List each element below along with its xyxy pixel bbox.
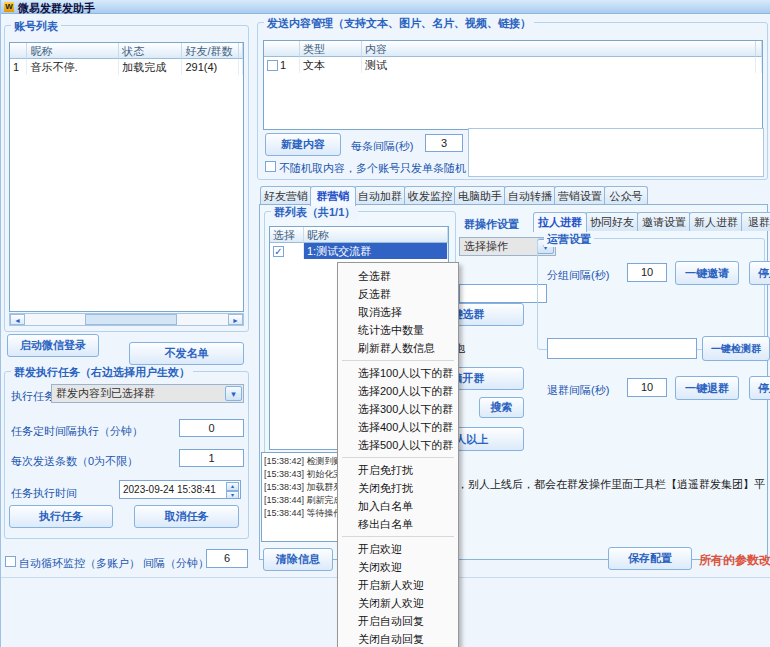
group-op-value: 选择操作	[464, 240, 508, 252]
invite-interval-input[interactable]: 10	[627, 263, 667, 282]
clear-log-button[interactable]: 清除信息	[263, 548, 333, 571]
grouplist-header-row: 选择 昵称	[270, 227, 448, 243]
search-button[interactable]: 搜索	[479, 397, 524, 418]
grouplist-header-check: 选择	[270, 227, 304, 243]
arrow-right-icon[interactable]: ►	[228, 314, 243, 325]
login-wechat-button[interactable]: 启动微信登录	[7, 334, 99, 357]
tab-marketing-settings[interactable]: 营销设置	[554, 186, 606, 205]
title-bar[interactable]: W 微易发群发助手	[1, 0, 770, 14]
menu-item[interactable]: 开启免打扰	[338, 461, 458, 479]
account-status: 加载完成	[119, 59, 182, 75]
tab-newcomer[interactable]: 新人进群	[689, 212, 743, 231]
invite-group-label: 运营设置	[544, 232, 594, 247]
monitor-interval-input[interactable]: 6	[206, 549, 248, 568]
menu-item[interactable]: 关闭欢迎	[338, 558, 458, 576]
accounts-table[interactable]: 昵称 状态 好友/群数 1 音乐不停. 加载完成 291(4)	[9, 42, 244, 312]
content-preview-box[interactable]	[468, 128, 764, 177]
content-row-type: 文本	[300, 57, 362, 73]
menu-item[interactable]: 刷新群人数信息	[338, 339, 458, 357]
arrow-left-icon[interactable]: ◄	[10, 314, 25, 325]
group-filter-input[interactable]	[459, 284, 547, 303]
tab-group-marketing[interactable]: 群营销	[310, 186, 356, 206]
table-row[interactable]: ✓ 1:测试交流群	[270, 243, 448, 259]
monitor-checkbox[interactable]	[5, 556, 16, 567]
tab-official-account[interactable]: 公众号	[604, 186, 648, 205]
invite-stop-button[interactable]: 停止	[749, 261, 770, 285]
invite-interval-label: 分组间隔(秒)	[547, 268, 609, 283]
no-send-list-button[interactable]: 不发名单	[129, 342, 244, 365]
menu-item[interactable]: 选择400人以下的群	[338, 418, 458, 436]
content-row-checkbox[interactable]	[267, 60, 278, 71]
grouplist-row-checkbox[interactable]: ✓	[273, 246, 284, 257]
task-time-input[interactable]: 2023-09-24 15:38:41 ▴ ▾	[119, 480, 241, 499]
menu-item[interactable]: 选择100人以下的群	[338, 364, 458, 382]
tab-invite-to-group[interactable]: 拉人进群	[533, 212, 587, 232]
accounts-header-nick: 昵称	[27, 43, 119, 59]
tab-friend-marketing[interactable]: 好友营销	[260, 186, 312, 205]
tab-monitor[interactable]: 收发监控	[404, 186, 456, 205]
save-config-button[interactable]: 保存配置	[608, 547, 692, 570]
quit-interval-input[interactable]: 10	[627, 378, 667, 397]
menu-item[interactable]: 关闭免打扰	[338, 479, 458, 497]
content-interval-input[interactable]: 3	[425, 134, 463, 152]
menu-item[interactable]: 加入白名单	[338, 497, 458, 515]
menu-item[interactable]: 开启欢迎	[338, 540, 458, 558]
time-spinner[interactable]: ▴ ▾	[226, 482, 239, 497]
check-group-button[interactable]: 一键检测群	[702, 336, 770, 361]
cancel-task-button[interactable]: 取消任务	[134, 505, 239, 528]
grouplist-label: 群列表（共1/1）	[271, 205, 358, 220]
content-row-seq-text: 1	[280, 57, 286, 73]
menu-item[interactable]: 全选群	[338, 267, 458, 285]
check-group-input[interactable]	[547, 338, 697, 359]
accounts-header-count: 好友/群数	[182, 43, 239, 59]
menu-item[interactable]: 选择200人以下的群	[338, 382, 458, 400]
menu-item[interactable]: 统计选中数量	[338, 321, 458, 339]
accounts-header-spacer	[239, 43, 243, 59]
menu-item[interactable]: 开启新人欢迎	[338, 576, 458, 594]
exec-task-select[interactable]: 群发内容到已选择群 ▾	[51, 384, 244, 403]
tab-pc-helper[interactable]: 电脑助手	[454, 186, 506, 205]
chevron-down-icon[interactable]: ▾	[225, 386, 242, 401]
scrollbar-thumb[interactable]	[85, 314, 177, 325]
content-table[interactable]: 类型 内容 1 文本 测试	[263, 40, 763, 130]
tab-invite-settings[interactable]: 邀请设置	[637, 212, 691, 231]
tab-auto-join-group[interactable]: 自动加群	[354, 186, 406, 205]
menu-separator	[342, 457, 454, 458]
quit-interval-label: 退群间隔(秒)	[547, 383, 609, 398]
run-task-button[interactable]: 执行任务	[9, 505, 113, 528]
spin-up-icon[interactable]: ▴	[226, 482, 239, 491]
table-row[interactable]: 1 文本 测试	[264, 57, 762, 73]
grouplist-row-name: 1:测试交流群	[304, 243, 448, 259]
menu-item[interactable]: 移出白名单	[338, 515, 458, 533]
accounts-hscrollbar[interactable]: ◄ ►	[9, 313, 244, 326]
account-spacer	[239, 59, 243, 75]
task-interval-input[interactable]: 0	[179, 419, 244, 437]
send-count-label: 每次发送条数（0为不限）	[11, 454, 138, 469]
app-icon: W	[4, 2, 14, 12]
content-header-spacer	[756, 41, 762, 57]
tab-auto-forward[interactable]: 自动转播	[504, 186, 556, 205]
content-row-content: 测试	[362, 57, 756, 73]
menu-item[interactable]: 选择300人以下的群	[338, 400, 458, 418]
table-row[interactable]: 1 音乐不停. 加载完成 291(4)	[10, 59, 243, 75]
menu-item[interactable]: 取消选择	[338, 303, 458, 321]
content-interval-label: 每条间隔(秒)	[351, 139, 413, 154]
one-key-quit-button[interactable]: 一键退群	[675, 376, 739, 400]
send-count-input[interactable]: 1	[179, 449, 244, 467]
menu-item[interactable]: 关闭新人欢迎	[338, 594, 458, 612]
exec-task-label: 执行任务	[11, 389, 55, 404]
monitor-label: 自动循环监控（多账户） 间隔（分钟）	[19, 556, 209, 571]
menu-item[interactable]: 反选群	[338, 285, 458, 303]
quit-stop-button[interactable]: 停止	[749, 376, 770, 400]
one-key-invite-button[interactable]: 一键邀请	[675, 261, 739, 285]
menu-item[interactable]: 选择500人以下的群	[338, 436, 458, 454]
menu-item[interactable]: 开启自动回复	[338, 612, 458, 630]
spin-down-icon[interactable]: ▾	[226, 491, 239, 499]
menu-item[interactable]: 关闭自动回复	[338, 630, 458, 647]
new-content-button[interactable]: 新建内容	[265, 133, 341, 156]
tab-coop-friends[interactable]: 协同好友	[585, 212, 639, 231]
menu-separator	[342, 360, 454, 361]
random-checkbox[interactable]	[265, 161, 276, 172]
tab-quit-group[interactable]: 退群	[741, 212, 770, 231]
content-row-spacer	[756, 57, 762, 73]
